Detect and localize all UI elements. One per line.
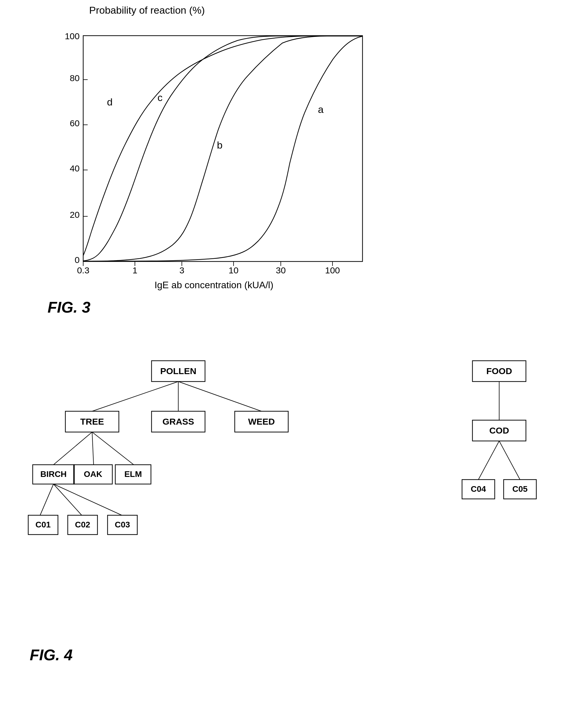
svg-text:100: 100 xyxy=(325,265,340,275)
svg-text:C01: C01 xyxy=(35,520,51,529)
svg-text:d: d xyxy=(107,96,113,108)
svg-text:30: 30 xyxy=(276,265,286,275)
svg-line-64 xyxy=(478,441,499,479)
svg-text:3: 3 xyxy=(180,265,185,275)
svg-text:IgE ab concentration (kUA/l): IgE ab concentration (kUA/l) xyxy=(155,280,273,290)
svg-line-32 xyxy=(92,382,178,411)
svg-text:60: 60 xyxy=(70,118,80,128)
svg-text:0: 0 xyxy=(75,255,80,265)
svg-text:TREE: TREE xyxy=(80,417,104,426)
svg-text:10: 10 xyxy=(229,265,238,275)
svg-text:C03: C03 xyxy=(115,520,130,529)
svg-text:C02: C02 xyxy=(75,520,90,529)
fig3-chart: 0 20 40 60 80 100 xyxy=(48,33,374,291)
svg-text:WEED: WEED xyxy=(248,417,275,426)
svg-text:a: a xyxy=(318,104,323,115)
y-axis-label: Probability of reaction (%) xyxy=(89,4,205,16)
svg-text:80: 80 xyxy=(70,73,80,83)
svg-line-50 xyxy=(40,484,53,515)
svg-line-51 xyxy=(53,484,82,515)
svg-line-43 xyxy=(92,432,134,465)
svg-text:COD: COD xyxy=(490,425,509,435)
svg-text:20: 20 xyxy=(70,210,80,219)
fig4-section: POLLEN TREE GRASS WEED xyxy=(24,346,556,664)
fig4-label: FIG. 4 xyxy=(30,646,73,664)
svg-rect-0 xyxy=(83,36,363,261)
svg-text:100: 100 xyxy=(65,33,80,41)
fig3-label: FIG. 3 xyxy=(48,298,90,316)
svg-text:0.3: 0.3 xyxy=(77,265,89,275)
svg-line-52 xyxy=(53,484,122,515)
svg-text:b: b xyxy=(217,139,222,151)
svg-text:OAK: OAK xyxy=(84,469,102,479)
svg-line-34 xyxy=(178,382,262,411)
svg-text:C04: C04 xyxy=(471,484,486,494)
svg-line-65 xyxy=(499,441,520,479)
svg-text:1: 1 xyxy=(133,265,137,275)
svg-text:ELM: ELM xyxy=(124,469,142,479)
svg-text:POLLEN: POLLEN xyxy=(160,366,196,376)
fig4-diagram: POLLEN TREE GRASS WEED xyxy=(24,346,580,643)
fig3-section: Probability of reaction (%) 0 20 40 60 xyxy=(24,18,556,316)
svg-text:FOOD: FOOD xyxy=(486,366,512,376)
svg-line-41 xyxy=(53,432,92,465)
svg-text:GRASS: GRASS xyxy=(162,417,194,426)
svg-text:BIRCH: BIRCH xyxy=(41,469,67,479)
svg-text:C05: C05 xyxy=(512,484,527,494)
page: Probability of reaction (%) 0 20 40 60 xyxy=(0,0,580,728)
svg-line-42 xyxy=(92,432,94,465)
svg-text:40: 40 xyxy=(70,163,80,173)
